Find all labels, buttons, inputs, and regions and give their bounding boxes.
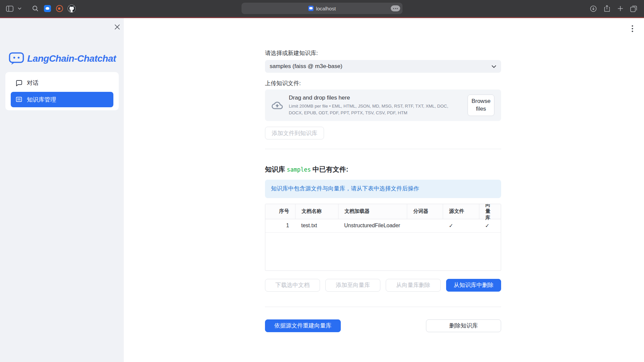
cell-splitter xyxy=(407,219,443,232)
table-header: 分词器 xyxy=(407,204,443,219)
download-selected-button[interactable]: 下载选中文档 xyxy=(265,279,320,292)
delete-kb-button[interactable]: 删除知识库 xyxy=(426,319,501,332)
add-to-vector-button[interactable]: 添加至向量库 xyxy=(325,279,380,292)
table-header: 序号 xyxy=(265,204,295,219)
url-text: localhost xyxy=(316,6,336,11)
dropzone-hint: Limit 200MB per file • EML, HTML, JSON, … xyxy=(289,103,462,116)
kb-select-value: samples (faiss @ m3e-base) xyxy=(270,63,491,70)
sidebar-close-icon[interactable] xyxy=(113,22,121,31)
chat-bubble-icon xyxy=(15,79,22,86)
cell-source-check: ✓ xyxy=(443,219,479,232)
extension-blue-icon[interactable] xyxy=(42,4,52,14)
cloud-upload-icon xyxy=(272,100,283,111)
extension-orange-icon[interactable] xyxy=(54,4,64,14)
upload-label: 上传知识文件: xyxy=(265,80,501,87)
info-banner: 知识库中包含源文件与向量库，请从下表中选择文件后操作 xyxy=(265,180,501,198)
kb-bottom-buttons: 依据源文件重建向量库 删除知识库 xyxy=(265,319,501,332)
kb-heading-code: samples xyxy=(285,166,313,173)
sidebar-item-dialogue[interactable]: 对话 xyxy=(11,75,113,91)
main-content: 请选择或新建知识库: samples (faiss @ m3e-base) 上传… xyxy=(265,50,501,332)
table-header: 向量库 xyxy=(479,204,501,219)
url-bar[interactable]: localhost xyxy=(241,3,402,14)
main-menu-icon[interactable] xyxy=(628,23,637,34)
delete-from-kb-button[interactable]: 从知识库中删除 xyxy=(446,279,501,292)
sidebar-item-label: 对话 xyxy=(27,79,39,87)
sidebar: LangChain-Chatchat 对话 知识库管理 xyxy=(0,18,124,362)
tab-overview-icon[interactable] xyxy=(629,4,639,14)
cell-vector-check: ✓ xyxy=(479,219,501,232)
cell-loader: UnstructuredFileLoader xyxy=(338,219,407,232)
remove-from-vector-button[interactable]: 从向量库删除 xyxy=(386,279,441,292)
file-dropzone[interactable]: Drag and drop files here Limit 200MB per… xyxy=(265,89,501,121)
browser-toolbar: localhost xyxy=(0,0,644,17)
sidebar-item-knowledge-base[interactable]: 知识库管理 xyxy=(11,92,113,108)
logo-wordmark: LangChain-Chatchat xyxy=(27,53,116,64)
share-icon[interactable] xyxy=(602,4,612,14)
kb-heading-suffix: 中已有文件: xyxy=(313,166,348,173)
knowledge-base-icon xyxy=(15,96,22,103)
select-chevron-icon xyxy=(491,65,496,68)
table-header: 文档名称 xyxy=(295,204,338,219)
github-icon[interactable] xyxy=(66,4,76,14)
new-tab-icon[interactable] xyxy=(615,4,625,14)
downloads-icon[interactable] xyxy=(588,4,598,14)
table-row[interactable]: 1 test.txt UnstructuredFileLoader ✓ ✓ xyxy=(265,219,501,233)
site-favicon xyxy=(308,6,314,11)
sidebar-menu: 对话 知识库管理 xyxy=(5,72,119,110)
kb-files-heading: 知识库samples中已有文件: xyxy=(265,165,501,174)
dropzone-title: Drag and drop files here xyxy=(289,95,462,101)
kb-select-label: 请选择或新建知识库: xyxy=(265,50,501,57)
kb-select[interactable]: samples (faiss @ m3e-base) xyxy=(265,60,501,73)
search-icon[interactable] xyxy=(30,4,40,14)
sidebar-item-label: 知识库管理 xyxy=(27,96,56,104)
cell-doc-name: test.txt xyxy=(295,219,338,232)
divider xyxy=(265,149,501,149)
cell-index: 1 xyxy=(265,219,295,232)
rebuild-vector-store-button[interactable]: 依据源文件重建向量库 xyxy=(265,319,341,332)
dropzone-text: Drag and drop files here Limit 200MB per… xyxy=(283,95,468,116)
file-action-buttons: 下载选中文档 添加至向量库 从向量库删除 从知识库中删除 xyxy=(265,279,501,292)
logo-chat-bubble-icon xyxy=(9,52,24,65)
table-header: 文档加载器 xyxy=(338,204,407,219)
browse-files-button[interactable]: Browse files xyxy=(468,95,494,116)
kb-heading-prefix: 知识库 xyxy=(265,166,285,173)
chevron-down-icon[interactable] xyxy=(17,4,22,14)
table-header-row: 序号 文档名称 文档加载器 分词器 源文件 向量库 xyxy=(265,204,501,219)
sidebar-toggle-icon[interactable] xyxy=(5,4,15,14)
files-table: 序号 文档名称 文档加载器 分词器 源文件 向量库 1 test.txt Uns… xyxy=(265,204,501,271)
app-logo: LangChain-Chatchat xyxy=(9,52,116,65)
add-files-button[interactable]: 添加文件到知识库 xyxy=(265,127,324,139)
app-page: LangChain-Chatchat 对话 知识库管理 请选择或新建知识库: s xyxy=(0,18,644,362)
divider xyxy=(265,307,501,307)
table-header: 源文件 xyxy=(443,204,479,219)
page-actions-icon[interactable] xyxy=(391,5,400,11)
